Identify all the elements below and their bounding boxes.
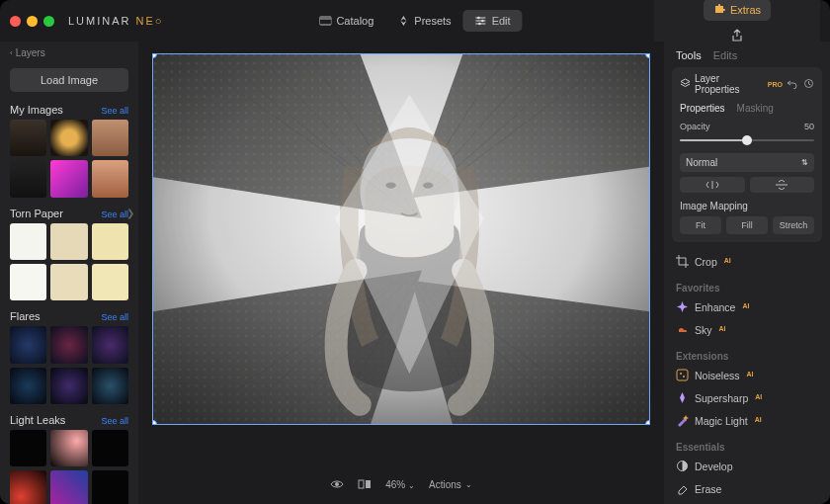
blend-mode-dropdown[interactable]: Normal⇅: [680, 153, 814, 172]
asset-thumbnail[interactable]: [50, 430, 87, 466]
tab-edits[interactable]: Edits: [713, 49, 737, 61]
opacity-value: 50: [804, 122, 814, 131]
nav-presets[interactable]: Presets: [385, 10, 462, 32]
top-nav: Catalog Presets Edit: [307, 10, 522, 32]
asset-thumbnail[interactable]: [50, 264, 87, 300]
asset-thumbnail[interactable]: [92, 264, 128, 300]
layer-tab-properties[interactable]: Properties: [680, 103, 725, 114]
mapping-fit-button[interactable]: Fit: [680, 216, 721, 234]
asset-thumbnail[interactable]: [92, 120, 128, 156]
svg-rect-36: [359, 480, 364, 488]
asset-thumbnail[interactable]: [10, 368, 46, 404]
asset-thumbnail[interactable]: [92, 368, 128, 404]
mapping-stretch-button[interactable]: Stretch: [773, 216, 814, 234]
nav-catalog[interactable]: Catalog: [307, 10, 385, 32]
see-all-my-images[interactable]: See all: [101, 106, 128, 116]
svg-point-2: [481, 20, 484, 23]
mapping-fill-button[interactable]: Fill: [726, 216, 768, 234]
crop-icon: [676, 255, 689, 268]
tool-structure[interactable]: StructureAI: [676, 500, 818, 504]
tool-sky[interactable]: SkyAI: [676, 318, 818, 341]
section-light-leaks: Light Leaks: [10, 414, 65, 426]
asset-thumbnail[interactable]: [50, 470, 87, 504]
develop-icon: [676, 460, 689, 472]
minimize-window-button[interactable]: [27, 16, 38, 27]
catalog-icon: [319, 16, 331, 26]
undo-icon[interactable]: [787, 78, 797, 91]
share-icon[interactable]: [730, 29, 744, 42]
presets-icon: [397, 16, 409, 26]
noiseless-icon: [676, 369, 689, 381]
visibility-icon[interactable]: [330, 478, 344, 490]
sky-icon: [676, 323, 689, 336]
compare-icon[interactable]: [358, 478, 372, 490]
asset-thumbnail[interactable]: [10, 223, 46, 260]
category-extensions: Extensions: [676, 341, 818, 364]
tool-erase[interactable]: Erase: [676, 477, 818, 500]
magic-light-icon: [676, 414, 689, 427]
tool-noiseless[interactable]: NoiselessAI: [676, 364, 818, 386]
panel-expand-icon[interactable]: ❯: [126, 208, 134, 218]
flip-horizontal-button[interactable]: [680, 177, 745, 193]
asset-thumbnail[interactable]: [92, 160, 128, 197]
see-all-light-leaks[interactable]: See all: [101, 416, 128, 426]
pro-badge: PRO: [768, 81, 783, 88]
asset-thumbnail[interactable]: [92, 326, 128, 363]
asset-thumbnail[interactable]: [50, 326, 87, 363]
see-all-flares[interactable]: See all: [101, 312, 128, 322]
extras-button[interactable]: Extras: [704, 0, 771, 21]
tool-crop[interactable]: CropAI: [676, 250, 818, 273]
puzzle-icon: [713, 3, 725, 17]
tool-enhance[interactable]: EnhanceAI: [676, 295, 818, 318]
tool-magic-light[interactable]: Magic LightAI: [676, 409, 818, 432]
asset-thumbnail[interactable]: [10, 160, 46, 197]
image-canvas[interactable]: [152, 53, 650, 425]
tools-panel: Tools Edits Layer Properties PRO Propert…: [664, 42, 830, 504]
layer-properties-panel: Layer Properties PRO Properties Masking …: [672, 67, 822, 242]
svg-point-35: [335, 482, 339, 486]
category-essentials: Essentials: [676, 432, 818, 455]
svg-point-41: [683, 376, 685, 378]
canvas-area: 46% ⌄ Actions ⌄: [138, 42, 664, 504]
tab-tools[interactable]: Tools: [676, 49, 702, 61]
opacity-label: Opacity: [680, 122, 710, 131]
asset-thumbnail[interactable]: [50, 120, 87, 156]
layers-icon: [680, 78, 691, 91]
asset-thumbnail[interactable]: [10, 120, 46, 156]
layer-tab-masking[interactable]: Masking: [737, 103, 774, 114]
asset-thumbnail[interactable]: [50, 160, 87, 197]
actions-dropdown[interactable]: Actions ⌄: [429, 479, 472, 490]
asset-thumbnail[interactable]: [92, 430, 128, 466]
asset-thumbnail[interactable]: [50, 223, 87, 260]
load-image-button[interactable]: Load Image: [10, 68, 128, 92]
see-all-torn-paper[interactable]: See all: [101, 210, 128, 219]
asset-thumbnail[interactable]: [50, 368, 87, 404]
chevron-up-down-icon: ⇅: [801, 158, 808, 167]
asset-thumbnail[interactable]: [10, 264, 46, 300]
asset-thumbnail[interactable]: [10, 430, 46, 466]
opacity-slider[interactable]: [680, 133, 814, 147]
nav-edit[interactable]: Edit: [463, 10, 523, 32]
supersharp-icon: [676, 391, 689, 404]
titlebar: LUMINAR NE○ Catalog Presets Edit Extras: [0, 0, 830, 42]
asset-thumbnail[interactable]: [10, 470, 46, 504]
canvas-toolbar: 46% ⌄ Actions ⌄: [138, 464, 664, 504]
tool-supersharp[interactable]: SupersharpAI: [676, 386, 818, 409]
close-window-button[interactable]: [10, 16, 21, 27]
transform-handle-br[interactable]: [645, 420, 650, 425]
asset-thumbnail[interactable]: [92, 223, 128, 260]
zoom-window-button[interactable]: [43, 16, 54, 27]
category-favorites: Favorites: [676, 273, 818, 295]
collapse-icon[interactable]: [803, 78, 814, 91]
tool-develop[interactable]: Develop: [676, 455, 818, 477]
svg-point-3: [478, 23, 481, 26]
asset-thumbnail[interactable]: [10, 326, 46, 363]
asset-thumbnail[interactable]: [92, 470, 128, 504]
svg-rect-39: [677, 370, 688, 380]
zoom-level[interactable]: 46% ⌄: [385, 479, 415, 490]
flip-vertical-button[interactable]: [750, 177, 815, 193]
section-my-images: My Images: [10, 104, 63, 116]
section-flares: Flares: [10, 310, 41, 322]
section-torn-paper: Torn Paper: [10, 208, 63, 219]
back-to-layers[interactable]: ‹Layers: [0, 42, 138, 64]
